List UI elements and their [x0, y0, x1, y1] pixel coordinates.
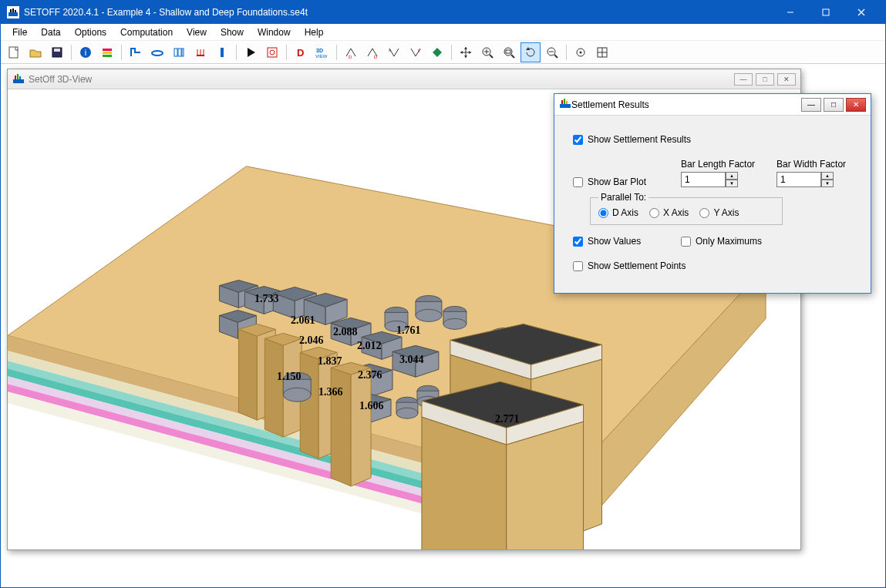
- svg-rect-19: [182, 49, 184, 56]
- child-maximize-button[interactable]: □: [756, 73, 774, 86]
- child-minimize-button[interactable]: —: [734, 73, 753, 86]
- svg-point-117: [416, 309, 442, 321]
- bar-length-up[interactable]: ▲: [726, 172, 738, 180]
- svg-point-126: [396, 408, 418, 418]
- svg-point-11: [80, 47, 91, 58]
- value-label: 1.733: [254, 293, 279, 305]
- show-bar-plot-input[interactable]: [573, 177, 583, 187]
- d-icon[interactable]: D: [291, 42, 311, 62]
- child-window-buttons: — □ ✕: [734, 73, 796, 86]
- show-settlement-points-input[interactable]: [573, 261, 583, 271]
- child-close-button[interactable]: ✕: [777, 73, 796, 86]
- show-settlement-points-checkbox[interactable]: Show Settlement Points: [573, 260, 686, 271]
- svg-rect-14: [103, 52, 112, 54]
- radio-d-axis[interactable]: D Axis: [598, 207, 638, 218]
- svg-rect-58: [13, 79, 24, 83]
- value-label: 3.044: [399, 354, 424, 366]
- value-label: 2.046: [299, 334, 324, 347]
- column-icon[interactable]: [212, 42, 232, 62]
- menu-help[interactable]: Help: [298, 25, 331, 39]
- bar-width-factor-input[interactable]: [777, 172, 821, 187]
- zoom-in-icon[interactable]: [477, 42, 497, 62]
- svg-rect-61: [19, 76, 21, 79]
- svg-rect-146: [560, 104, 571, 108]
- dialog-title-text: Settlement Results: [571, 99, 649, 110]
- axis2-icon[interactable]: D: [362, 42, 382, 62]
- menu-view[interactable]: View: [180, 25, 214, 39]
- axis1-icon[interactable]: D: [341, 42, 361, 62]
- layers-icon[interactable]: [97, 42, 117, 62]
- svg-point-46: [504, 48, 512, 55]
- menu-window[interactable]: Window: [251, 25, 298, 39]
- new-icon[interactable]: [4, 42, 24, 62]
- radio-y-axis[interactable]: Y Axis: [699, 207, 739, 218]
- menu-options[interactable]: Options: [68, 25, 113, 39]
- svg-point-123: [283, 388, 311, 402]
- value-label: 2.088: [333, 326, 358, 338]
- results-icon[interactable]: [262, 42, 282, 62]
- show-values-input[interactable]: [573, 237, 583, 247]
- bar-length-down[interactable]: ▼: [726, 180, 738, 187]
- close-button[interactable]: [844, 1, 879, 24]
- value-label: 1.150: [277, 371, 302, 383]
- svg-rect-5: [823, 9, 829, 15]
- show-bar-plot-checkbox[interactable]: Show Bar Plot: [573, 176, 673, 187]
- frame-icon[interactable]: [169, 42, 189, 62]
- zoom-fit-icon[interactable]: [499, 42, 519, 62]
- svg-rect-48: [506, 50, 510, 53]
- point-icon[interactable]: [571, 42, 591, 62]
- svg-marker-38: [469, 51, 471, 54]
- open-icon[interactable]: [25, 42, 45, 62]
- svg-rect-60: [17, 74, 19, 79]
- dialog-maximize-button[interactable]: □: [824, 98, 844, 112]
- show-values-checkbox[interactable]: Show Values: [573, 236, 673, 247]
- run-icon[interactable]: [241, 42, 261, 62]
- show-settlement-results-input[interactable]: [573, 135, 583, 145]
- svg-point-27: [270, 50, 275, 55]
- profile-icon[interactable]: [126, 42, 146, 62]
- show-settlement-points-label: Show Settlement Points: [588, 260, 686, 271]
- svg-rect-17: [174, 49, 177, 56]
- menubar: FileDataOptionsComputationViewShowWindow…: [1, 24, 885, 41]
- bar-length-factor-field[interactable]: ▲▼: [681, 172, 755, 187]
- menu-data[interactable]: Data: [34, 25, 67, 39]
- save-icon[interactable]: [47, 42, 67, 62]
- menu-computation[interactable]: Computation: [113, 25, 180, 39]
- minimize-button[interactable]: [773, 1, 808, 24]
- 3dview-icon[interactable]: 3DVIEW: [312, 42, 332, 62]
- toolbar: iD3DVIEWDDxy: [1, 41, 885, 64]
- svg-rect-0: [8, 12, 18, 16]
- parallel-to-group: Parallel To: D Axis X Axis Y Axis: [590, 192, 783, 225]
- axis5-icon[interactable]: [427, 42, 447, 62]
- zoom-out-icon[interactable]: [542, 42, 562, 62]
- menu-file[interactable]: File: [5, 25, 34, 39]
- maximize-button[interactable]: [808, 1, 844, 24]
- bar-width-factor-field[interactable]: ▲▼: [777, 172, 846, 187]
- workspace: SetOff 3D-View — □ ✕: [1, 64, 885, 587]
- svg-marker-40: [464, 47, 467, 49]
- beam-icon[interactable]: [147, 42, 167, 62]
- svg-marker-107: [300, 352, 318, 459]
- child-titlebar: SetOff 3D-View — □ ✕: [8, 69, 800, 89]
- bar-width-up[interactable]: ▲: [821, 172, 834, 180]
- bar-length-factor-input[interactable]: [681, 172, 726, 187]
- axis3-icon[interactable]: x: [384, 42, 404, 62]
- dialog-close-button[interactable]: ✕: [846, 98, 866, 112]
- show-bar-plot-label: Show Bar Plot: [588, 176, 646, 187]
- pan-icon[interactable]: [456, 42, 476, 62]
- rotate-icon[interactable]: [520, 42, 541, 62]
- bar-width-down[interactable]: ▼: [821, 180, 834, 187]
- show-settlement-results-checkbox[interactable]: Show Settlement Results: [573, 134, 691, 145]
- dialog-titlebar[interactable]: Settlement Results — □ ✕: [554, 94, 871, 116]
- info-icon[interactable]: i: [76, 42, 96, 62]
- dialog-minimize-button[interactable]: —: [801, 98, 821, 112]
- axis4-icon[interactable]: y: [406, 42, 426, 62]
- only-maximums-input[interactable]: [681, 237, 691, 247]
- load-icon[interactable]: [190, 42, 211, 62]
- grid-icon[interactable]: [592, 42, 612, 62]
- menu-show[interactable]: Show: [214, 25, 251, 39]
- titlebar: SETOFF 2020.4.1 - Example 4 - Shallow an…: [1, 1, 885, 24]
- radio-x-axis[interactable]: X Axis: [649, 207, 689, 218]
- dialog-body: Show Settlement Results Show Bar Plot Ba…: [554, 116, 871, 293]
- only-maximums-checkbox[interactable]: Only Maximums: [681, 236, 762, 247]
